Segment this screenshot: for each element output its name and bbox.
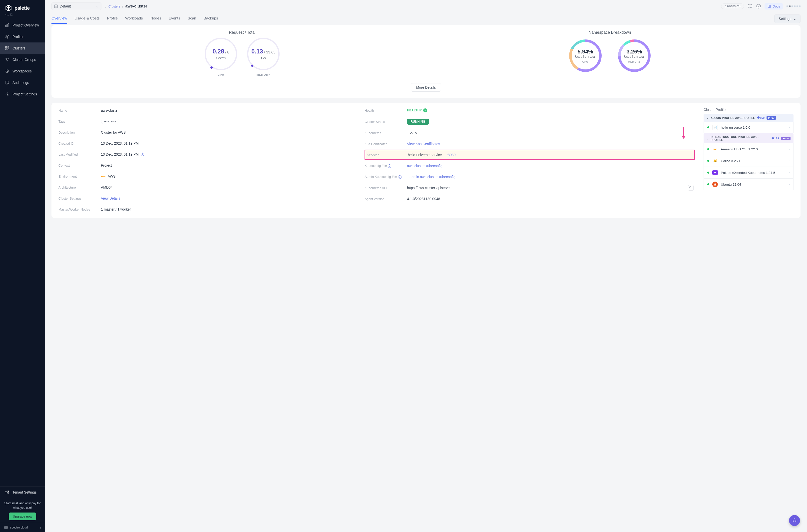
- cpu-total: / 8: [225, 50, 229, 54]
- pack-row[interactable]: 🐱Calico 3.26.1›: [703, 155, 793, 167]
- more-details-button[interactable]: More Details: [411, 83, 441, 92]
- target-icon: [5, 69, 10, 73]
- apps-icon[interactable]: [787, 5, 801, 7]
- ns-cpu-gauge: 5.94% Used from total CPU: [568, 39, 602, 73]
- sidebar-item-cluster-groups[interactable]: Cluster Groups: [0, 54, 45, 65]
- pack-name: Ubuntu 22.04: [721, 183, 786, 186]
- created-value: 13 Dec, 2023, 01:19 PM: [101, 141, 355, 145]
- info-icon[interactable]: i: [398, 175, 401, 179]
- chevron-down-icon: ⌄: [707, 137, 709, 140]
- cpu-label: CPU: [218, 73, 224, 76]
- mem-label: MEMORY: [257, 73, 270, 76]
- calico-pack-icon: 🐱: [712, 158, 718, 164]
- sidebar-footer: spectro cloud ‹: [0, 523, 45, 532]
- addon-profile-header[interactable]: ⌄ ADDON PROFILE AWS-PROFILE �169 PROJ: [703, 114, 793, 122]
- pack-row[interactable]: awsAmazon EBS CSI 1.22.0›: [703, 144, 793, 155]
- aws-icon: aws: [101, 175, 106, 178]
- sidebar-item-profiles[interactable]: Profiles: [0, 31, 45, 42]
- infra-profile-header[interactable]: ⌄ INFRASTRUCTURE PROFILE AWS-PROFILE �16…: [703, 133, 793, 144]
- search-doc-icon: [5, 80, 10, 85]
- ns-title: Namespace Breakdown: [426, 30, 794, 35]
- addon-head-text: ADDON PROFILE AWS-PROFILE: [711, 116, 755, 119]
- compass-icon[interactable]: [756, 4, 761, 9]
- view-certs-link[interactable]: View K8s Certificates: [407, 142, 694, 146]
- link-icon: �169: [757, 116, 765, 120]
- tab-events[interactable]: Events: [169, 16, 180, 24]
- topbar-right: 0.62/100kCh Docs: [721, 3, 801, 10]
- tab-backups[interactable]: Backups: [204, 16, 218, 24]
- upgrade-button[interactable]: Upgrade now: [9, 513, 36, 520]
- kubeconfig-label: Kubeconfig File i: [364, 164, 402, 168]
- collapse-sidebar-icon[interactable]: ‹: [40, 526, 41, 530]
- tab-nodes[interactable]: Nodes: [150, 16, 161, 24]
- sidebar-item-clusters[interactable]: Clusters: [0, 42, 45, 54]
- info-icon[interactable]: i: [140, 153, 144, 156]
- settings-button[interactable]: Settings ⌄: [774, 15, 801, 23]
- footer-brand-text: spectro cloud: [10, 526, 28, 529]
- pack-row[interactable]: ✦Palette eXtended Kubernetes 1.27.5›: [703, 167, 793, 178]
- tab-scan[interactable]: Scan: [188, 16, 196, 24]
- docs-label: Docs: [772, 4, 780, 8]
- ubuntu-pack-icon: ◉: [712, 182, 718, 187]
- view-details-link[interactable]: View Details: [101, 196, 355, 200]
- details-mid-col: HealthHEALTHY✓ Cluster StatusRUNNING Kub…: [364, 108, 694, 212]
- mem-unit: Gb: [251, 56, 275, 60]
- svg-rect-5: [5, 49, 7, 50]
- svg-point-11: [7, 71, 8, 72]
- cluster-profiles-col: Cluster Profiles ⌄ ADDON PROFILE AWS-PRO…: [703, 108, 793, 212]
- tab-profile[interactable]: Profile: [107, 16, 118, 24]
- service-port-link[interactable]: :8080: [447, 153, 455, 157]
- breadcrumb-parent[interactable]: Clusters: [109, 4, 120, 8]
- usage-pill[interactable]: 0.62/100kCh: [721, 3, 744, 9]
- arch-label: Architecture: [58, 186, 96, 189]
- desc-label: Description: [58, 131, 96, 134]
- logo: palette: [0, 0, 45, 13]
- details-left-col: Nameaws-cluster Tagsenv: aws Description…: [58, 108, 355, 212]
- cpu-gauge: 0.28 / 8 Cores CPU: [205, 38, 237, 76]
- sidebar-item-project-overview[interactable]: Project Overview: [0, 19, 45, 31]
- sidebar-item-label: Cluster Groups: [13, 58, 36, 62]
- svg-rect-12: [6, 81, 8, 84]
- admin-kubeconfig-link[interactable]: admin.aws-cluster.kubeconfig: [410, 175, 694, 179]
- tab-overview[interactable]: Overview: [52, 16, 67, 24]
- name-value: aws-cluster: [101, 108, 355, 112]
- pack-name: Amazon EBS CSI 1.22.0: [721, 147, 786, 151]
- modified-label: Last Modified: [58, 153, 96, 156]
- svg-point-7: [6, 58, 7, 59]
- status-dot-icon: [707, 160, 709, 162]
- pack-row[interactable]: 📄hello-universe 1.0.0›: [703, 122, 793, 133]
- services-label: Services: [365, 153, 403, 157]
- sidebar-promo: Start small and only pay for what you us…: [0, 498, 45, 523]
- sidebar-item-workspaces[interactable]: Workspaces: [0, 65, 45, 77]
- svg-rect-0: [5, 25, 6, 27]
- copy-icon: [689, 186, 692, 189]
- chevron-right-icon: ›: [789, 159, 790, 163]
- namespace-breakdown-section: Namespace Breakdown 5.94% Used from tota…: [426, 30, 794, 76]
- tab-workloads[interactable]: Workloads: [125, 16, 143, 24]
- pack-row[interactable]: ◉Ubuntu 22.04›: [703, 178, 793, 190]
- check-icon: ✓: [423, 108, 427, 112]
- sidebar-item-project-settings[interactable]: Project Settings: [0, 89, 45, 100]
- scope-selector[interactable]: Default ⌄: [52, 2, 101, 10]
- copy-button[interactable]: [688, 185, 694, 191]
- sidebar-item-tenant-settings[interactable]: Tenant Settings: [0, 486, 45, 498]
- svg-point-17: [8, 492, 9, 492]
- chevron-right-icon: ›: [789, 147, 790, 151]
- breadcrumb-current: aws-cluster: [125, 4, 147, 8]
- master-worker-label: Master/Worker Nodes: [58, 208, 96, 211]
- chat-icon[interactable]: [748, 4, 753, 9]
- status-badge: RUNNING: [407, 119, 429, 125]
- tab-usage-costs[interactable]: Usage & Costs: [75, 16, 100, 24]
- help-fab-button[interactable]: [789, 515, 800, 526]
- svg-rect-6: [8, 49, 9, 50]
- kubeconfig-link[interactable]: aws-cluster.kubeconfig: [407, 164, 694, 168]
- info-icon[interactable]: i: [388, 164, 391, 168]
- context-value: Project: [101, 163, 355, 167]
- sidebar-item-audit-logs[interactable]: Audit Logs: [0, 77, 45, 89]
- svg-rect-1: [7, 24, 7, 27]
- sliders-icon: [5, 490, 10, 495]
- svg-point-8: [8, 58, 9, 59]
- docs-button[interactable]: Docs: [765, 3, 783, 10]
- proj-badge: PROJ: [781, 137, 790, 140]
- k8s-api-value: https://aws-cluster-apiserve...: [407, 186, 686, 190]
